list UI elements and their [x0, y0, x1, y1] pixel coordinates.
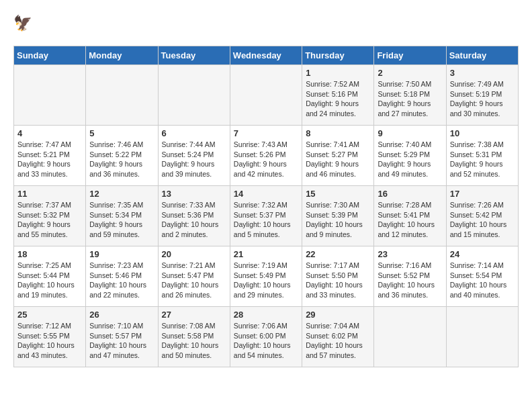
- day-content: Sunrise: 7:21 AM Sunset: 5:47 PM Dayligh…: [162, 261, 226, 300]
- day-number: 24: [450, 249, 515, 259]
- day-content: Sunrise: 7:52 AM Sunset: 5:16 PM Dayligh…: [306, 79, 370, 119]
- calendar-cell: 10Sunrise: 7:38 AM Sunset: 5:31 PM Dayli…: [446, 126, 518, 186]
- header-day-friday: Friday: [374, 46, 446, 65]
- logo-icon: 🦅: [13, 13, 35, 35]
- calendar-cell: [230, 65, 302, 126]
- calendar-cell: 13Sunrise: 7:33 AM Sunset: 5:36 PM Dayli…: [158, 186, 230, 246]
- calendar-cell: 18Sunrise: 7:25 AM Sunset: 5:44 PM Dayli…: [14, 246, 86, 307]
- calendar-cell: 1Sunrise: 7:52 AM Sunset: 5:16 PM Daylig…: [302, 65, 374, 126]
- day-number: 4: [17, 128, 82, 138]
- calendar-cell: 8Sunrise: 7:41 AM Sunset: 5:27 PM Daylig…: [302, 126, 374, 186]
- day-number: 15: [306, 189, 370, 199]
- header-day-thursday: Thursday: [302, 46, 374, 65]
- page-header: 🦅: [13, 13, 519, 35]
- calendar-cell: 23Sunrise: 7:16 AM Sunset: 5:52 PM Dayli…: [374, 246, 446, 307]
- day-number: 20: [162, 249, 226, 259]
- day-number: 18: [17, 249, 82, 259]
- day-content: Sunrise: 7:28 AM Sunset: 5:41 PM Dayligh…: [378, 200, 442, 240]
- calendar-week-4: 18Sunrise: 7:25 AM Sunset: 5:44 PM Dayli…: [14, 246, 519, 307]
- day-content: Sunrise: 7:19 AM Sunset: 5:49 PM Dayligh…: [234, 261, 298, 300]
- calendar-cell: 26Sunrise: 7:10 AM Sunset: 5:57 PM Dayli…: [86, 307, 158, 367]
- day-content: Sunrise: 7:33 AM Sunset: 5:36 PM Dayligh…: [162, 200, 226, 240]
- calendar-cell: 25Sunrise: 7:12 AM Sunset: 5:55 PM Dayli…: [14, 307, 86, 367]
- calendar-cell: 24Sunrise: 7:14 AM Sunset: 5:54 PM Dayli…: [446, 246, 518, 307]
- header-day-sunday: Sunday: [14, 46, 86, 65]
- day-number: 10: [450, 128, 515, 138]
- calendar-cell: [14, 65, 86, 126]
- day-content: Sunrise: 7:40 AM Sunset: 5:29 PM Dayligh…: [378, 140, 442, 179]
- day-content: Sunrise: 7:47 AM Sunset: 5:21 PM Dayligh…: [17, 140, 82, 179]
- calendar-cell: 9Sunrise: 7:40 AM Sunset: 5:29 PM Daylig…: [374, 126, 446, 186]
- calendar-week-1: 1Sunrise: 7:52 AM Sunset: 5:16 PM Daylig…: [14, 65, 519, 126]
- calendar-cell: 5Sunrise: 7:46 AM Sunset: 5:22 PM Daylig…: [86, 126, 158, 186]
- day-number: 14: [234, 189, 298, 199]
- day-content: Sunrise: 7:10 AM Sunset: 5:57 PM Dayligh…: [89, 321, 154, 361]
- calendar-week-3: 11Sunrise: 7:37 AM Sunset: 5:32 PM Dayli…: [14, 186, 519, 246]
- day-number: 12: [89, 189, 154, 199]
- day-content: Sunrise: 7:06 AM Sunset: 6:00 PM Dayligh…: [234, 321, 298, 361]
- day-number: 13: [162, 189, 226, 199]
- calendar-cell: 29Sunrise: 7:04 AM Sunset: 6:02 PM Dayli…: [302, 307, 374, 367]
- calendar-cell: [374, 307, 446, 367]
- calendar-cell: 4Sunrise: 7:47 AM Sunset: 5:21 PM Daylig…: [14, 126, 86, 186]
- day-number: 21: [234, 249, 298, 259]
- day-number: 5: [89, 128, 154, 138]
- day-content: Sunrise: 7:30 AM Sunset: 5:39 PM Dayligh…: [306, 200, 370, 240]
- day-content: Sunrise: 7:49 AM Sunset: 5:19 PM Dayligh…: [450, 79, 515, 119]
- calendar-header-row: SundayMondayTuesdayWednesdayThursdayFrid…: [14, 46, 519, 65]
- header-day-saturday: Saturday: [446, 46, 518, 65]
- day-content: Sunrise: 7:43 AM Sunset: 5:26 PM Dayligh…: [234, 140, 298, 179]
- day-number: 28: [234, 310, 298, 320]
- day-number: 7: [234, 128, 298, 138]
- day-content: Sunrise: 7:12 AM Sunset: 5:55 PM Dayligh…: [17, 321, 82, 361]
- header-day-monday: Monday: [86, 46, 158, 65]
- calendar-cell: 21Sunrise: 7:19 AM Sunset: 5:49 PM Dayli…: [230, 246, 302, 307]
- calendar-cell: 12Sunrise: 7:35 AM Sunset: 5:34 PM Dayli…: [86, 186, 158, 246]
- day-content: Sunrise: 7:16 AM Sunset: 5:52 PM Dayligh…: [378, 261, 442, 300]
- calendar-cell: 2Sunrise: 7:50 AM Sunset: 5:18 PM Daylig…: [374, 65, 446, 126]
- calendar-cell: [158, 65, 230, 126]
- day-content: Sunrise: 7:26 AM Sunset: 5:42 PM Dayligh…: [450, 200, 515, 240]
- day-content: Sunrise: 7:50 AM Sunset: 5:18 PM Dayligh…: [378, 79, 442, 119]
- calendar-cell: 3Sunrise: 7:49 AM Sunset: 5:19 PM Daylig…: [446, 65, 518, 126]
- day-number: 1: [306, 68, 370, 78]
- day-number: 26: [89, 310, 154, 320]
- day-number: 8: [306, 128, 370, 138]
- day-number: 17: [450, 189, 515, 199]
- calendar-cell: 15Sunrise: 7:30 AM Sunset: 5:39 PM Dayli…: [302, 186, 374, 246]
- calendar-cell: 17Sunrise: 7:26 AM Sunset: 5:42 PM Dayli…: [446, 186, 518, 246]
- day-content: Sunrise: 7:08 AM Sunset: 5:58 PM Dayligh…: [162, 321, 226, 361]
- calendar-cell: 6Sunrise: 7:44 AM Sunset: 5:24 PM Daylig…: [158, 126, 230, 186]
- day-number: 9: [378, 128, 442, 138]
- day-content: Sunrise: 7:25 AM Sunset: 5:44 PM Dayligh…: [17, 261, 82, 300]
- day-number: 3: [450, 68, 515, 78]
- day-content: Sunrise: 7:38 AM Sunset: 5:31 PM Dayligh…: [450, 140, 515, 179]
- calendar-cell: 19Sunrise: 7:23 AM Sunset: 5:46 PM Dayli…: [86, 246, 158, 307]
- day-content: Sunrise: 7:14 AM Sunset: 5:54 PM Dayligh…: [450, 261, 515, 300]
- calendar-cell: 20Sunrise: 7:21 AM Sunset: 5:47 PM Dayli…: [158, 246, 230, 307]
- svg-text:🦅: 🦅: [13, 14, 32, 32]
- day-number: 16: [378, 189, 442, 199]
- calendar-table: SundayMondayTuesdayWednesdayThursdayFrid…: [13, 46, 519, 367]
- calendar-cell: 11Sunrise: 7:37 AM Sunset: 5:32 PM Dayli…: [14, 186, 86, 246]
- day-content: Sunrise: 7:35 AM Sunset: 5:34 PM Dayligh…: [89, 200, 154, 240]
- day-number: 29: [306, 310, 370, 320]
- day-content: Sunrise: 7:41 AM Sunset: 5:27 PM Dayligh…: [306, 140, 370, 179]
- day-number: 6: [162, 128, 226, 138]
- calendar-cell: [446, 307, 518, 367]
- logo: 🦅: [13, 13, 38, 35]
- day-content: Sunrise: 7:37 AM Sunset: 5:32 PM Dayligh…: [17, 200, 82, 240]
- calendar-cell: 7Sunrise: 7:43 AM Sunset: 5:26 PM Daylig…: [230, 126, 302, 186]
- day-number: 27: [162, 310, 226, 320]
- header-day-wednesday: Wednesday: [230, 46, 302, 65]
- calendar-cell: 16Sunrise: 7:28 AM Sunset: 5:41 PM Dayli…: [374, 186, 446, 246]
- day-content: Sunrise: 7:04 AM Sunset: 6:02 PM Dayligh…: [306, 321, 370, 361]
- day-content: Sunrise: 7:23 AM Sunset: 5:46 PM Dayligh…: [89, 261, 154, 300]
- calendar-week-2: 4Sunrise: 7:47 AM Sunset: 5:21 PM Daylig…: [14, 126, 519, 186]
- day-content: Sunrise: 7:44 AM Sunset: 5:24 PM Dayligh…: [162, 140, 226, 179]
- day-content: Sunrise: 7:46 AM Sunset: 5:22 PM Dayligh…: [89, 140, 154, 179]
- calendar-week-5: 25Sunrise: 7:12 AM Sunset: 5:55 PM Dayli…: [14, 307, 519, 367]
- day-number: 2: [378, 68, 442, 78]
- calendar-cell: 27Sunrise: 7:08 AM Sunset: 5:58 PM Dayli…: [158, 307, 230, 367]
- day-number: 22: [306, 249, 370, 259]
